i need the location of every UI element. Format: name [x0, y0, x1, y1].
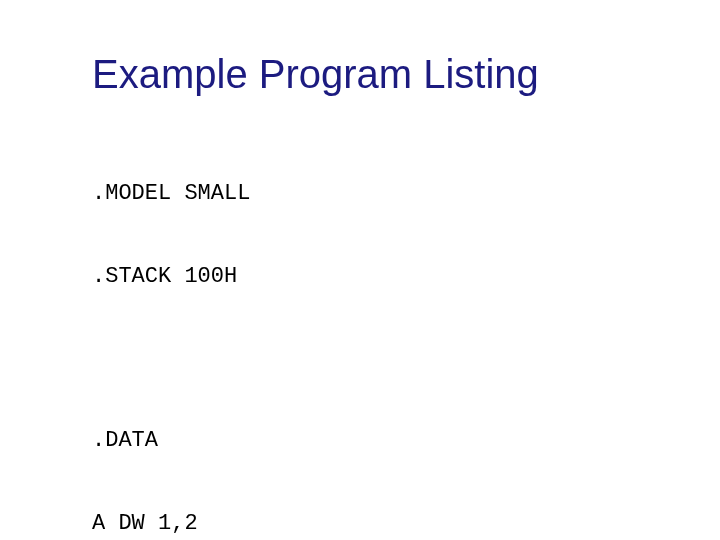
code-line: A DW 1,2: [92, 510, 720, 538]
code-line: .STACK 100H: [92, 263, 720, 291]
slide-title: Example Program Listing: [92, 52, 720, 97]
code-line: .MODEL SMALL: [92, 180, 720, 208]
code-line: .DATA: [92, 427, 720, 455]
slide: Example Program Listing .MODEL SMALL .ST…: [0, 0, 720, 540]
blank-line: [92, 345, 720, 372]
code-listing: .MODEL SMALL .STACK 100H .DATA A DW 1,2 …: [92, 125, 720, 540]
